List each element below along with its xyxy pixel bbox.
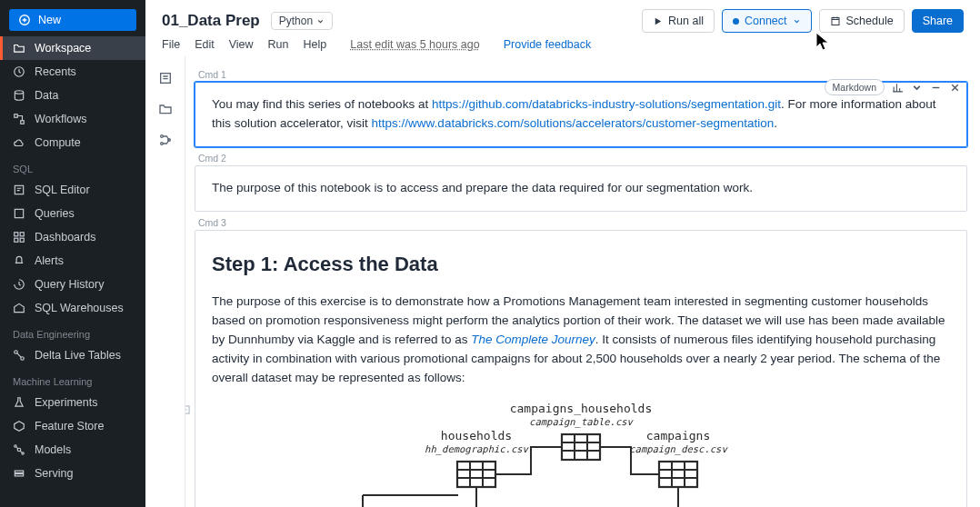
sidebar-item-query-history[interactable]: Query History (0, 273, 145, 296)
share-button[interactable]: Share (912, 9, 964, 33)
language-label: Python (279, 15, 313, 27)
cell-text: . (774, 116, 777, 130)
diag-sublabel: hh_demographic.csv (425, 443, 529, 455)
menu-edit[interactable]: Edit (195, 38, 215, 51)
sidebar-section-sql: SQL (0, 154, 145, 178)
svg-point-21 (160, 143, 163, 145)
play-icon (653, 16, 663, 26)
share-label: Share (923, 15, 953, 27)
menu-run[interactable]: Run (268, 38, 289, 51)
last-edit[interactable]: Last edit was 5 hours ago (350, 38, 479, 51)
cell-toolbar: Markdown (825, 79, 961, 95)
sidebar-item-label: Workspace (35, 42, 91, 55)
run-all-label: Run all (668, 15, 704, 27)
outline-icon[interactable] (158, 71, 173, 85)
sidebar-item-recents[interactable]: Recents (0, 60, 145, 84)
schema-icon[interactable] (158, 133, 173, 147)
provide-feedback-link[interactable]: Provide feedback (504, 38, 592, 51)
folder-icon (13, 42, 25, 55)
sidebar-item-label: Queries (35, 207, 75, 220)
minimize-icon[interactable] (930, 82, 942, 94)
status-dot-icon (733, 18, 739, 25)
schema-diagram: campaigns_households campaign_table.csv … (285, 400, 876, 507)
svg-rect-16 (15, 471, 23, 472)
sidebar-item-models[interactable]: Models (0, 438, 145, 462)
sidebar-item-label: Workflows (35, 113, 86, 125)
warehouse-icon (13, 302, 25, 314)
queries-icon (13, 207, 25, 220)
sidebar-item-experiments[interactable]: Experiments (0, 391, 145, 414)
svg-rect-4 (21, 121, 25, 124)
sidebar-item-data[interactable]: Data (0, 84, 145, 107)
svg-rect-7 (15, 233, 18, 236)
connect-button[interactable]: Connect (722, 9, 812, 33)
chart-icon[interactable] (892, 82, 904, 94)
sidebar-item-label: Models (35, 443, 71, 456)
diag-label: campaigns (646, 429, 710, 442)
database-icon (13, 89, 25, 102)
sidebar-item-delta-live[interactable]: Delta Live Tables (0, 343, 145, 367)
new-button[interactable]: New (9, 9, 136, 31)
notebook-title[interactable]: 01_Data Prep (162, 12, 260, 30)
sidebar-item-queries[interactable]: Queries (0, 202, 145, 225)
sidebar-item-serving[interactable]: Serving (0, 462, 145, 485)
sidebar-item-workspace[interactable]: Workspace (0, 36, 145, 60)
sidebar-item-label: Serving (35, 467, 73, 480)
close-icon[interactable] (949, 82, 961, 94)
sidebar-item-label: Experiments (35, 396, 97, 409)
svg-point-15 (22, 452, 24, 454)
sidebar-item-workflows[interactable]: Workflows (0, 107, 145, 131)
serving-icon (13, 467, 25, 480)
cell-3[interactable]: Step 1: Access the Data The purpose of t… (195, 230, 967, 507)
menu-help[interactable]: Help (304, 38, 327, 51)
cells-container: Cmd 1 Markdown You may find this series … (185, 56, 980, 507)
sidebar-item-sql-editor[interactable]: SQL Editor (0, 178, 145, 202)
section-heading: Step 1: Access the Data (212, 249, 950, 280)
run-all-button[interactable]: Run all (642, 9, 715, 33)
sidebar-item-alerts[interactable]: Alerts (0, 249, 145, 273)
notebook-header: 01_Data Prep Python Run all Connect (145, 0, 980, 56)
folder-icon[interactable] (158, 102, 173, 116)
pipeline-icon (13, 349, 25, 362)
left-gutter (145, 56, 185, 507)
clock-icon (13, 65, 25, 78)
collapse-icon[interactable] (185, 403, 192, 416)
svg-rect-18 (832, 18, 839, 25)
svg-point-14 (15, 445, 16, 447)
calendar-icon (830, 15, 841, 26)
new-label: New (38, 14, 61, 26)
sidebar-item-compute[interactable]: Compute (0, 131, 145, 154)
main: 01_Data Prep Python Run all Connect (145, 0, 980, 507)
cell-2[interactable]: The purpose of this notebook is to acces… (195, 165, 967, 212)
sidebar-item-sql-warehouses[interactable]: SQL Warehouses (0, 296, 145, 320)
link-dataset[interactable]: The Complete Journey (471, 333, 595, 346)
cell-text: The purpose of this notebook is to acces… (212, 181, 753, 194)
sidebar-section-ml: Machine Learning (0, 367, 145, 391)
chevron-down-icon[interactable] (911, 82, 923, 94)
diag-sublabel: campaign_table.csv (529, 416, 634, 428)
bell-icon (13, 254, 25, 267)
sidebar-item-label: Compute (35, 136, 81, 149)
svg-rect-3 (15, 114, 18, 118)
cell-type-pill[interactable]: Markdown (825, 79, 885, 95)
language-selector[interactable]: Python (271, 12, 333, 30)
plus-circle-icon (18, 14, 31, 26)
diag-label: campaigns_households (510, 402, 653, 415)
svg-rect-17 (15, 474, 23, 476)
sidebar-section-de: Data Engineering (0, 320, 145, 343)
cmd-label: Cmd 3 (198, 217, 967, 228)
cell-1[interactable]: Markdown You may find this series of not… (195, 82, 967, 147)
link-github[interactable]: https://github.com/databricks-industry-s… (432, 97, 781, 111)
sidebar-item-dashboards[interactable]: Dashboards (0, 225, 145, 249)
schedule-button[interactable]: Schedule (819, 9, 905, 33)
editor-icon (13, 184, 25, 196)
sidebar-item-label: Query History (35, 278, 104, 291)
menu-file[interactable]: File (162, 38, 180, 51)
section-body: The purpose of this exercise is to demon… (212, 293, 950, 388)
box-icon (13, 420, 25, 432)
history-icon (13, 278, 25, 291)
sidebar-item-feature-store[interactable]: Feature Store (0, 414, 145, 438)
link-accelerator[interactable]: https://www.databricks.com/solutions/acc… (372, 116, 775, 130)
menu-view[interactable]: View (229, 38, 254, 51)
dashboard-icon (13, 231, 25, 244)
